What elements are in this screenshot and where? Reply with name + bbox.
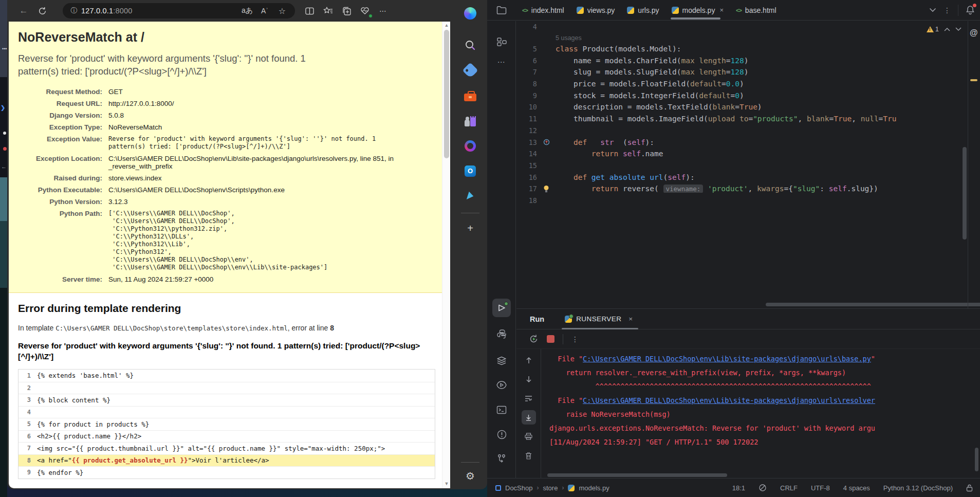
print-icon[interactable] bbox=[522, 429, 536, 444]
games-icon[interactable] bbox=[460, 111, 480, 131]
running-indicator bbox=[504, 302, 508, 306]
down-stack-icon[interactable] bbox=[522, 372, 536, 386]
info-icon[interactable]: ⓘ bbox=[67, 6, 81, 15]
address-bar[interactable]: ⓘ 127.0.0.1:8000 aあ Aʾ ☆ bbox=[63, 3, 295, 19]
warning-stripe-mark[interactable] bbox=[970, 79, 977, 81]
interpreter[interactable]: Python 3.12 (DocShop) bbox=[883, 484, 953, 492]
breadcrumb-file[interactable]: models.py bbox=[579, 484, 609, 492]
notifications-bell-icon[interactable] bbox=[966, 5, 975, 15]
console-line: File "C:\Users\GAMER DELL\DocShop\env\Li… bbox=[549, 352, 980, 366]
tab-models-py[interactable]: models.py× bbox=[665, 0, 730, 21]
favorite-star-icon[interactable]: ☆ bbox=[273, 6, 291, 16]
pycharm-window: <>index.html views.py urls.py models.py×… bbox=[487, 0, 980, 497]
caret-position[interactable]: 18:1 bbox=[732, 484, 745, 492]
template-code-line: 1{% extends 'base.html' %} bbox=[19, 370, 435, 382]
more-tool-windows-icon[interactable]: ⋯ bbox=[492, 53, 511, 71]
collections-icon[interactable] bbox=[337, 3, 356, 19]
inspection-widget[interactable]: 1 bbox=[927, 25, 961, 33]
browser-toolbar: ← ⓘ 127.0.0.1:8000 aあ Aʾ ☆ ⋯ bbox=[7, 0, 487, 22]
run-options-icon[interactable]: ⋮ bbox=[571, 335, 579, 343]
terminal-icon[interactable] bbox=[492, 400, 511, 419]
editor-horizontal-scrollbar[interactable] bbox=[766, 303, 980, 306]
toolbox-icon[interactable] bbox=[460, 85, 480, 106]
next-problem-icon[interactable] bbox=[955, 27, 961, 31]
project-folder-icon[interactable] bbox=[487, 6, 516, 15]
browser-essentials-icon[interactable] bbox=[356, 3, 374, 19]
more-menu-icon[interactable]: ⋯ bbox=[374, 3, 393, 19]
outlook-icon[interactable] bbox=[460, 161, 480, 181]
console-line: django.urls.exceptions.NoReverseMatch: R… bbox=[549, 421, 980, 435]
lock-icon[interactable] bbox=[966, 484, 973, 492]
stop-icon[interactable] bbox=[547, 335, 554, 343]
read-aloud-icon[interactable]: Aʾ bbox=[256, 7, 273, 15]
console-vertical-scrollbar[interactable] bbox=[975, 448, 978, 471]
up-stack-icon[interactable] bbox=[522, 353, 536, 367]
editor-line: 8 price = models.FloatField(default=0.0) bbox=[516, 78, 980, 90]
shopping-tag-icon[interactable] bbox=[460, 60, 480, 81]
settings-gear-icon[interactable]: ⚙ bbox=[453, 470, 487, 482]
run-console[interactable]: File "C:\Users\GAMER DELL\DocShop\env\Li… bbox=[541, 349, 980, 478]
favorites-list-icon[interactable] bbox=[319, 3, 337, 19]
line-ending[interactable]: CRLF bbox=[780, 484, 798, 492]
back-icon[interactable]: ← bbox=[14, 3, 33, 19]
soft-wrap-icon[interactable] bbox=[522, 391, 536, 406]
close-run-tab-icon[interactable]: × bbox=[628, 315, 633, 323]
editor-area[interactable]: 45 usages5class Product(models.Model):6 … bbox=[516, 21, 980, 308]
microsoft-365-icon[interactable] bbox=[460, 136, 480, 156]
in-template-line: In template C:\Users\GAMER DELL\DocShop\… bbox=[18, 324, 442, 332]
tab-options-icon[interactable]: ⋮ bbox=[944, 6, 951, 14]
rerun-icon[interactable] bbox=[529, 334, 539, 344]
template-code-line: 4 bbox=[19, 406, 435, 418]
console-file-link[interactable]: C:\Users\GAMER DELL\DocShop\env\Lib\site… bbox=[583, 355, 871, 363]
scrollbar-thumb[interactable] bbox=[444, 30, 449, 158]
translate-icon[interactable]: aあ bbox=[238, 6, 256, 15]
intention-bulb-icon[interactable] bbox=[543, 185, 549, 193]
add-icon[interactable]: + bbox=[460, 218, 480, 238]
refresh-icon[interactable] bbox=[33, 3, 51, 19]
services-icon[interactable] bbox=[492, 352, 511, 370]
tab-urls-py[interactable]: urls.py bbox=[621, 0, 665, 21]
tab-base-html[interactable]: <>base.html bbox=[730, 0, 783, 21]
drop-icon[interactable] bbox=[460, 186, 480, 207]
breadcrumb-project[interactable]: DocShop bbox=[505, 484, 532, 492]
meta-row: Request URL:http://127.0.0.1:8000/ bbox=[18, 98, 428, 109]
version-control-icon[interactable] bbox=[492, 449, 511, 468]
problems-icon[interactable] bbox=[492, 425, 511, 444]
clear-console-icon[interactable] bbox=[522, 448, 536, 463]
chevron-down-icon[interactable] bbox=[929, 8, 936, 12]
editor-line: 16 def get_absolute_url(self): bbox=[516, 171, 980, 183]
no-vcs-icon[interactable] bbox=[759, 484, 767, 492]
tab-views-py[interactable]: views.py bbox=[570, 0, 621, 21]
override-icon[interactable] bbox=[543, 139, 550, 145]
scroll-to-end-icon[interactable] bbox=[522, 410, 536, 425]
scroll-up-arrow[interactable]: ▲ bbox=[442, 23, 451, 28]
close-tab-icon[interactable]: × bbox=[719, 6, 724, 14]
back-arrow-icon: ← bbox=[1, 163, 7, 170]
python-console-icon[interactable] bbox=[492, 325, 511, 343]
indent-setting[interactable]: 4 spaces bbox=[843, 484, 870, 492]
python-file-icon bbox=[627, 7, 634, 14]
run-tool-icon[interactable] bbox=[492, 299, 511, 317]
encoding[interactable]: UTF-8 bbox=[811, 484, 830, 492]
console-file-link[interactable]: C:\Users\GAMER DELL\DocShop\env\Lib\site… bbox=[583, 396, 875, 404]
url-text[interactable]: 127.0.0.1:8000 bbox=[81, 7, 238, 15]
console-horizontal-scrollbar[interactable] bbox=[547, 473, 727, 477]
scroll-down-arrow[interactable]: ▼ bbox=[442, 481, 451, 486]
run-config-tab[interactable]: RUNSERVER × bbox=[565, 309, 633, 329]
usages-hint: 5 usages bbox=[516, 33, 980, 43]
editor-vertical-scrollbar[interactable] bbox=[963, 147, 967, 240]
editor-line: 5class Product(models.Model): bbox=[516, 43, 980, 55]
run-anything-icon[interactable] bbox=[492, 376, 511, 394]
structure-icon[interactable] bbox=[492, 32, 511, 51]
search-icon[interactable] bbox=[460, 35, 480, 56]
breadcrumb[interactable]: DocShop › store › models.py bbox=[495, 484, 609, 492]
breadcrumb-folder[interactable]: store bbox=[543, 484, 558, 492]
page-scrollbar[interactable]: ▲ ▼ bbox=[442, 22, 450, 488]
editor-line: 12 bbox=[516, 125, 980, 137]
prev-problem-icon[interactable] bbox=[944, 27, 950, 31]
editor-line: 4 bbox=[516, 21, 980, 33]
copilot-icon[interactable] bbox=[460, 3, 480, 24]
tab-index-html[interactable]: <>index.html bbox=[516, 0, 570, 21]
ai-assistant-icon[interactable]: @ bbox=[970, 28, 978, 38]
split-screen-icon[interactable] bbox=[300, 3, 319, 19]
